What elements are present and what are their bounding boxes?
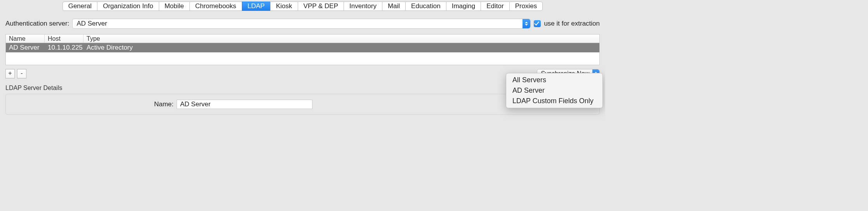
row-host: 10.1.10.225 bbox=[45, 44, 83, 52]
tab-editor[interactable]: Editor bbox=[481, 2, 509, 11]
tab-mobile[interactable]: Mobile bbox=[159, 2, 189, 11]
ldap-servers-table: Name Host Type AD Server 10.1.10.225 Act… bbox=[5, 34, 600, 65]
name-field-label: Name: bbox=[10, 100, 174, 108]
row-name: AD Server bbox=[6, 44, 45, 52]
tab-imaging[interactable]: Imaging bbox=[446, 2, 481, 11]
tab-bar: General Organization Info Mobile Chromeb… bbox=[62, 2, 543, 11]
tab-general[interactable]: General bbox=[62, 2, 97, 11]
tab-chromebooks[interactable]: Chromebooks bbox=[189, 2, 242, 11]
add-button[interactable]: + bbox=[5, 69, 15, 78]
use-for-extraction-checkbox[interactable] bbox=[534, 20, 541, 27]
auth-server-label: Authentication server: bbox=[5, 20, 69, 28]
tab-mail[interactable]: Mail bbox=[382, 2, 405, 11]
auth-server-select[interactable]: AD Server bbox=[72, 19, 531, 29]
tab-proxies[interactable]: Proxies bbox=[509, 2, 543, 11]
tab-ldap[interactable]: LDAP bbox=[242, 2, 270, 11]
stepper-icon bbox=[523, 19, 530, 28]
tab-inventory[interactable]: Inventory bbox=[344, 2, 382, 11]
row-type: Active Directory bbox=[83, 44, 599, 52]
table-row[interactable]: AD Server 10.1.10.225 Active Directory bbox=[6, 43, 599, 52]
synchronize-menu: All Servers AD Server LDAP Custom Fields… bbox=[506, 73, 603, 108]
sync-menu-ad-server[interactable]: AD Server bbox=[506, 85, 602, 96]
sync-menu-all-servers[interactable]: All Servers bbox=[506, 75, 602, 85]
tab-vpp-dep[interactable]: VPP & DEP bbox=[298, 2, 344, 11]
use-for-extraction-label: use it for extraction bbox=[544, 20, 600, 28]
sync-menu-ldap-custom[interactable]: LDAP Custom Fields Only bbox=[506, 96, 602, 106]
col-name[interactable]: Name bbox=[6, 35, 45, 43]
auth-server-value: AD Server bbox=[76, 20, 107, 28]
name-field[interactable] bbox=[177, 100, 312, 109]
tab-organization-info[interactable]: Organization Info bbox=[97, 2, 158, 11]
tab-kiosk[interactable]: Kiosk bbox=[270, 2, 298, 11]
remove-button[interactable]: - bbox=[17, 69, 26, 78]
tab-education[interactable]: Education bbox=[405, 2, 446, 11]
col-type[interactable]: Type bbox=[83, 35, 599, 43]
col-host[interactable]: Host bbox=[45, 35, 83, 43]
